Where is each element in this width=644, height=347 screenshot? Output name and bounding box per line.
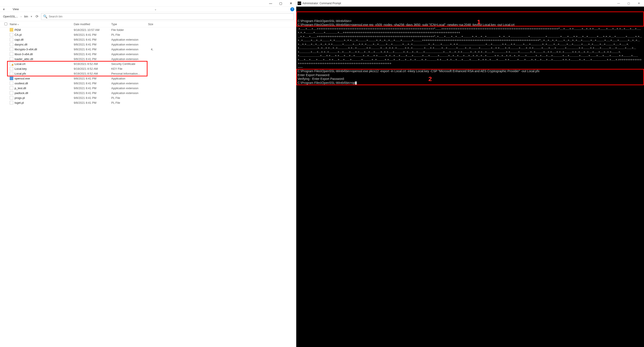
table-row[interactable]: loader_attic.dll9/8/2021 8:41 PMApplicat… (0, 56, 296, 61)
table-row[interactable]: p_test.dll9/8/2021 8:41 PMApplication ex… (0, 86, 296, 90)
cmd-line: C:\Program Files\OpenSSL-Win64\bin>opens… (298, 23, 643, 27)
cmd-output[interactable]: C:\Program Files\OpenSSL-Win64\bin>C:\Pr… (296, 6, 644, 347)
file-icon (10, 28, 13, 32)
file-name: capi.dll (14, 38, 24, 41)
file-type: Application extension (111, 82, 144, 85)
cmd-line: .+......+.....+....+++++++++++++++++++++… (298, 27, 643, 35)
file-name: Local.pfx (14, 72, 26, 75)
table-row[interactable]: Local.pfx9/19/2021 8:52 AMPersonal Infor… (0, 71, 296, 76)
file-icon (10, 38, 13, 41)
table-row[interactable]: tsget.pl9/8/2021 8:41 PMPL File (0, 100, 296, 105)
file-icon (10, 62, 13, 66)
table-row[interactable]: libssl-3-x64.dll9/8/2021 8:41 PMApplicat… (0, 52, 296, 56)
column-type[interactable]: Type (111, 23, 144, 26)
column-size[interactable]: Size (144, 23, 153, 26)
cmd-line: ----- (298, 66, 643, 70)
table-row[interactable]: Local.crt9/19/2021 8:52 AMSecurity Certi… (0, 61, 296, 66)
file-type: Application extension (111, 52, 144, 56)
ribbon-tab-view[interactable]: View (11, 7, 20, 11)
file-date: 9/8/2021 8:41 PM (74, 82, 111, 85)
file-date: 9/19/2021 8:52 AM (74, 72, 111, 75)
file-type: PL File (111, 96, 144, 100)
file-date: 9/8/2021 8:41 PM (74, 52, 111, 56)
file-size: 4, (144, 48, 153, 51)
ribbon-tab-other[interactable]: e (1, 7, 6, 11)
file-icon (10, 76, 13, 80)
explorer-titlebar: — ▢ ✕ (0, 0, 296, 6)
cmd-close-button[interactable]: ✕ (634, 0, 644, 6)
table-row[interactable]: ossltest.dll9/8/2021 8:41 PMApplication … (0, 81, 296, 86)
file-name: libcrypto-3-x64.dll (14, 48, 37, 51)
file-type: KEY File (111, 67, 144, 70)
table-row[interactable]: capi.dll9/8/2021 8:41 PMApplication exte… (0, 37, 296, 42)
file-icon (10, 72, 13, 75)
cmd-line: Enter Export Password: (298, 73, 643, 77)
column-name[interactable]: Name ▴ (10, 23, 74, 26)
minimize-button[interactable]: — (266, 0, 276, 6)
table-row[interactable]: progs.pl9/8/2021 8:41 PMPL File (0, 95, 296, 100)
select-all-checkbox[interactable] (4, 22, 7, 26)
file-icon (10, 67, 13, 70)
file-date: 9/8/2021 8:41 PM (74, 101, 111, 104)
file-icon (10, 91, 13, 95)
file-type: Security Certificate (111, 62, 144, 66)
table-row[interactable]: dasync.dll9/8/2021 8:41 PMApplication ex… (0, 42, 296, 47)
cmd-line: C:\Program Files\OpenSSL-Win64\bin> (298, 19, 643, 23)
ribbon-collapse-icon[interactable]: ⌄ (154, 8, 157, 11)
refresh-button[interactable]: ⟳ (35, 14, 39, 19)
table-row[interactable]: Local.key9/19/2021 8:52 AMKEY File (0, 66, 296, 71)
file-icon (10, 33, 13, 36)
file-date: 9/8/2021 8:41 PM (74, 86, 111, 90)
breadcrumb-dropdown[interactable]: ▾ (30, 14, 33, 18)
breadcrumb[interactable]: OpenSSL... › bin ▾ (2, 14, 33, 18)
file-type: Application (111, 77, 144, 80)
file-date: 9/19/2021 8:52 AM (74, 62, 111, 66)
file-date: 9/8/2021 8:41 PM (74, 77, 111, 80)
cmd-window-title: Administrator: Command Prompt (302, 2, 341, 5)
file-name: libssl-3-x64.dll (14, 52, 33, 56)
close-button[interactable]: ✕ (286, 0, 296, 6)
breadcrumb-item[interactable]: bin (24, 14, 29, 18)
file-date: 9/19/2021 8:52 AM (74, 67, 111, 70)
help-icon[interactable]: ? (290, 7, 294, 11)
table-row[interactable]: CA.pl9/8/2021 8:41 PMPL File (0, 32, 296, 37)
cmd-maximize-button[interactable]: ▢ (624, 0, 634, 6)
search-box[interactable]: 🔍 (41, 13, 294, 20)
annotation-label-2: 2 (428, 75, 432, 83)
file-type: PL File (111, 101, 144, 104)
file-date: 9/8/2021 8:41 PM (74, 58, 111, 61)
column-date[interactable]: Date modified (74, 23, 111, 26)
file-name: Local.crt (14, 62, 26, 66)
file-name: openssl.exe (14, 77, 30, 80)
file-icon (10, 42, 13, 46)
explorer-ribbon-tabs: e View ⌄ ? (0, 6, 296, 12)
table-row[interactable]: PEM9/18/2021 10:57 AMFile folder (0, 27, 296, 32)
file-date: 9/8/2021 8:41 PM (74, 38, 111, 41)
file-list: PEM9/18/2021 10:57 AMFile folderCA.pl9/8… (0, 27, 296, 347)
cursor (355, 82, 357, 84)
sort-ascending-icon: ▴ (18, 23, 19, 26)
file-name: padlock.dll (14, 92, 28, 95)
file-name: tsget.pl (14, 101, 24, 104)
file-type: PL File (111, 33, 144, 36)
cmd-line: C:\Program Files\OpenSSL-Win64\bin>op (298, 81, 643, 85)
file-date: 9/8/2021 8:41 PM (74, 43, 111, 46)
search-input[interactable] (49, 15, 292, 18)
file-name: loader_attic.dll (14, 58, 33, 61)
cmd-titlebar: C:\ Administrator: Command Prompt — ▢ ✕ (296, 0, 644, 6)
breadcrumb-item[interactable]: OpenSSL... (2, 14, 19, 18)
file-name: p_test.dll (14, 86, 26, 90)
file-icon (10, 48, 13, 51)
file-name: Local.key (14, 67, 27, 70)
chevron-right-icon: › (20, 14, 22, 18)
cmd-line: C:\Program Files\OpenSSL-Win64\bin>opens… (298, 69, 643, 73)
file-name: PEM (14, 28, 21, 32)
table-row[interactable]: libcrypto-3-x64.dll9/8/2021 8:41 PMAppli… (0, 47, 296, 52)
maximize-button[interactable]: ▢ (276, 0, 286, 6)
column-headers: Name ▴ Date modified Type Size (0, 21, 296, 27)
file-name: progs.pl (14, 96, 25, 100)
table-row[interactable]: openssl.exe9/8/2021 8:41 PMApplication (0, 76, 296, 81)
table-row[interactable]: padlock.dll9/8/2021 8:41 PMApplication e… (0, 90, 296, 95)
cmd-minimize-button[interactable]: — (614, 0, 624, 6)
file-icon (10, 96, 13, 100)
